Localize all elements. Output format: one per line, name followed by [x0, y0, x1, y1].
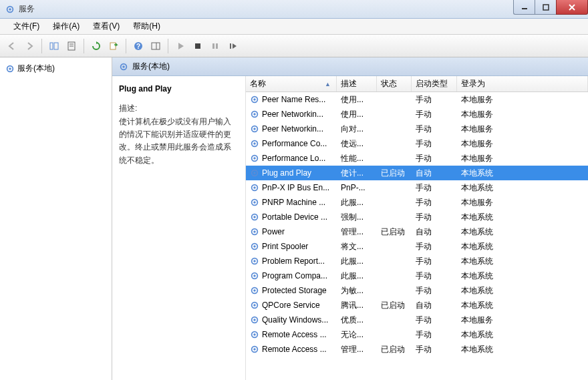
- service-row[interactable]: Print Spooler将文...手动本地系统: [246, 239, 588, 254]
- window-title: 服务: [19, 3, 35, 15]
- svg-point-35: [253, 172, 256, 174]
- menu-file[interactable]: 文件(F): [7, 19, 46, 34]
- show-hide-tree-button[interactable]: [46, 38, 62, 54]
- pause-service-button[interactable]: [207, 38, 223, 54]
- svg-point-59: [253, 348, 256, 351]
- service-row[interactable]: Program Compa...此服...手动本地系统: [246, 268, 588, 283]
- stop-service-button[interactable]: [190, 38, 206, 54]
- service-row[interactable]: Performance Co...使远...手动本地服务: [246, 136, 588, 151]
- help-button[interactable]: ?: [130, 38, 146, 54]
- service-row[interactable]: Performance Lo...性能...手动本地服务: [246, 151, 588, 166]
- service-startup: 手动: [412, 94, 457, 106]
- service-startup: 手动: [412, 138, 457, 150]
- service-row[interactable]: Remote Access ...无论...手动本地系统: [246, 327, 588, 342]
- service-startup: 手动: [412, 329, 457, 341]
- svg-point-45: [253, 245, 256, 248]
- service-desc: 强制...: [337, 212, 377, 223]
- tree-root[interactable]: 服务(本地): [3, 61, 109, 75]
- service-status: 已启动: [377, 168, 412, 179]
- service-startup: 自动: [412, 226, 457, 238]
- menu-action[interactable]: 操作(A): [46, 19, 86, 34]
- gear-icon: [250, 301, 259, 310]
- close-button[interactable]: [556, 0, 588, 15]
- service-row[interactable]: Peer Name Res...使用...手动本地服务: [246, 92, 588, 107]
- properties-button[interactable]: [63, 38, 80, 54]
- service-logon: 本地服务: [457, 197, 588, 208]
- service-name: Peer Name Res...: [262, 95, 325, 104]
- service-startup: 手动: [412, 315, 457, 326]
- service-row[interactable]: Remote Access ...管理...已启动手动本地系统: [246, 342, 588, 357]
- service-row[interactable]: Quality Windows...优质...手动本地服务: [246, 313, 588, 327]
- svg-point-49: [253, 274, 256, 277]
- svg-point-41: [253, 216, 256, 218]
- gear-icon: [250, 198, 259, 207]
- col-logon[interactable]: 登录为: [457, 76, 588, 91]
- col-desc[interactable]: 描述: [337, 76, 377, 91]
- svg-point-27: [253, 113, 256, 116]
- svg-point-21: [9, 67, 11, 70]
- service-rows[interactable]: Peer Name Res...使用...手动本地服务Peer Networki…: [246, 92, 588, 380]
- service-logon: 本地服务: [457, 109, 588, 120]
- service-logon: 本地服务: [457, 315, 588, 326]
- svg-rect-7: [54, 43, 58, 49]
- menu-help[interactable]: 帮助(H): [126, 19, 167, 34]
- service-row[interactable]: Portable Device ...强制...手动本地系统: [246, 210, 588, 224]
- gear-icon: [250, 330, 259, 339]
- service-row[interactable]: PNRP Machine ...此服...手动本地服务: [246, 195, 588, 210]
- service-desc: 为敏...: [337, 285, 377, 297]
- svg-rect-17: [212, 43, 214, 49]
- gear-icon: [250, 95, 259, 104]
- service-row[interactable]: Protected Storage为敏...手动本地系统: [246, 283, 588, 298]
- maximize-button[interactable]: [535, 0, 556, 15]
- col-name[interactable]: 名称▲: [246, 76, 337, 91]
- gear-icon: [250, 345, 259, 354]
- svg-point-25: [253, 98, 256, 101]
- service-status: 已启动: [377, 344, 412, 355]
- service-name: Peer Networkin...: [262, 110, 323, 119]
- service-row[interactable]: QPCore Service腾讯...已启动自动本地系统: [246, 298, 588, 313]
- gear-icon: [250, 154, 259, 163]
- back-button[interactable]: [4, 38, 20, 54]
- selected-service-name: Plug and Play: [119, 84, 239, 93]
- service-row[interactable]: Peer Networkin...使用...手动本地服务: [246, 107, 588, 122]
- gear-icon: [250, 315, 259, 325]
- service-desc: 此服...: [337, 270, 377, 282]
- gear-icon: [250, 271, 259, 280]
- right-header-label: 服务(本地): [132, 61, 170, 72]
- service-logon: 本地服务: [457, 138, 588, 150]
- start-service-button[interactable]: [172, 38, 188, 54]
- svg-point-23: [122, 65, 125, 68]
- service-row[interactable]: PnP-X IP Bus En...PnP-...手动本地系统: [246, 180, 588, 195]
- svg-point-33: [253, 157, 256, 160]
- forward-button[interactable]: [21, 38, 37, 54]
- list-pane: 名称▲ 描述 状态 启动类型 登录为 Peer Name Res...使用...…: [246, 76, 588, 380]
- menu-view[interactable]: 查看(V): [86, 19, 126, 34]
- refresh-button[interactable]: [88, 38, 104, 54]
- restart-service-button[interactable]: [225, 38, 241, 54]
- window-controls: [513, 0, 588, 15]
- svg-rect-18: [216, 43, 218, 49]
- service-startup: 手动: [412, 270, 457, 282]
- description-text: 使计算机在极少或没有用户输入的情况下能识别并适应硬件的更改。终止或禁用此服务会造…: [119, 116, 239, 167]
- service-row[interactable]: Peer Networkin...向对...手动本地服务: [246, 122, 588, 136]
- service-startup: 手动: [412, 124, 457, 135]
- service-desc: 优质...: [337, 315, 377, 326]
- col-startup[interactable]: 启动类型: [412, 76, 457, 91]
- minimize-button[interactable]: [513, 0, 535, 15]
- service-row[interactable]: Power管理...已启动自动本地系统: [246, 224, 588, 239]
- service-row[interactable]: Problem Report...此服...手动本地系统: [246, 254, 588, 268]
- action-pane-button[interactable]: [148, 38, 164, 54]
- service-desc: 向对...: [337, 124, 377, 135]
- service-startup: 手动: [412, 153, 457, 164]
- service-startup: 手动: [412, 241, 457, 252]
- service-row[interactable]: Plug and Play使计...已启动自动本地系统: [246, 166, 588, 180]
- svg-point-47: [253, 260, 256, 262]
- svg-point-1: [9, 8, 11, 11]
- service-desc: 管理...: [337, 226, 377, 238]
- col-status[interactable]: 状态: [377, 76, 412, 91]
- tree-root-label: 服务(本地): [17, 63, 55, 74]
- detail-pane: Plug and Play 描述: 使计算机在极少或没有用户输入的情况下能识别并…: [112, 76, 246, 380]
- svg-rect-3: [543, 5, 549, 10]
- export-button[interactable]: [106, 38, 122, 54]
- svg-rect-11: [110, 43, 116, 49]
